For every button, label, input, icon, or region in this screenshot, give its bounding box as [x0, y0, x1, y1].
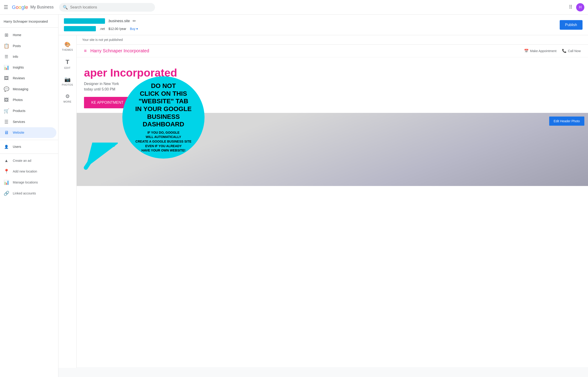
website-preview: ≡ Harry Schnaper Incorporated 📅 Make App…	[77, 45, 588, 367]
tool-panel: 🎨 THEMES T EDIT 📷 PHOTOS ⚙ MORE	[58, 35, 77, 368]
editor-header: .business.site ✏ .net $12.00 /year Buy ▾…	[58, 15, 588, 35]
sidebar-item-manage-locations[interactable]: 📊 Manage locations	[0, 177, 56, 188]
preview-hamburger-icon: ≡	[84, 48, 87, 53]
sidebar-item-website[interactable]: 🖥 Website	[0, 127, 56, 138]
preview-actions: 📅 Make Appointment 📞 Call Now	[524, 49, 581, 53]
avatar[interactable]: H	[576, 3, 584, 12]
sidebar-item-posts[interactable]: 📋 Posts	[0, 40, 56, 51]
not-published-bar: Your site is not yet published	[77, 35, 588, 45]
buy-button[interactable]: Buy ▾	[130, 27, 138, 31]
sidebar-item-users[interactable]: 👤 Users	[0, 142, 56, 152]
sidebar-item-add-location[interactable]: 📍 Add new location	[0, 166, 56, 177]
sidebar-item-linked-accounts[interactable]: 🔗 Linked accounts	[0, 188, 56, 199]
not-published-text: Your site is not yet published	[82, 38, 123, 42]
editor-header-left: .business.site ✏ .net $12.00 /year Buy ▾	[64, 18, 138, 31]
preview-title: aper Incorporated	[84, 67, 581, 79]
preview-hero: aper Incorporated Designer in New York t…	[77, 57, 588, 113]
domain-price: $12.00 /year	[108, 27, 126, 31]
sidebar-nav: ⊞ Home 📋 Posts ☰ Info 📊 Insights 🖼 Revie…	[0, 28, 58, 200]
url-row: .business.site ✏	[64, 18, 138, 24]
preview-photo-section: Edit Header Photo	[77, 113, 588, 186]
domain-highlight	[64, 26, 96, 31]
posts-icon: 📋	[4, 43, 9, 49]
reviews-icon: 🖼	[4, 76, 9, 81]
tool-photos[interactable]: 📷 PHOTOS	[59, 74, 76, 89]
create-ad-icon: ▲	[4, 158, 9, 163]
sidebar-item-label: Products	[13, 109, 25, 113]
edit-label: EDIT	[64, 67, 70, 69]
preview-brand: Harry Schnaper Incorporated	[90, 48, 524, 53]
sidebar-item-label: Insights	[13, 66, 24, 69]
grid-icon[interactable]: ⠿	[569, 4, 573, 10]
preview-call-now: 📞 Call Now	[562, 49, 581, 53]
sidebar-item-reviews[interactable]: 🖼 Reviews	[0, 73, 56, 84]
phone-icon: 📞	[562, 49, 566, 53]
insights-icon: 📊	[4, 65, 9, 70]
sidebar-item-label: Posts	[13, 44, 21, 48]
sidebar-item-label: Reviews	[13, 76, 25, 80]
sidebar-item-label: Photos	[13, 98, 23, 102]
info-icon: ☰	[4, 54, 9, 59]
call-now-text: Call Now	[568, 49, 581, 53]
sidebar: Harry Schnaper Incorporated ⊞ Home 📋 Pos…	[0, 15, 58, 377]
website-icon: 🖥	[4, 130, 9, 135]
search-icon: 🔍	[63, 5, 68, 10]
sidebar-item-insights[interactable]: 📊 Insights	[0, 62, 56, 73]
more-label: MORE	[64, 100, 71, 103]
messaging-icon: 💬	[4, 86, 9, 92]
sidebar-item-messaging[interactable]: 💬 Messaging	[0, 84, 56, 94]
preview-area: Your site is not yet published ≡ Harry S…	[77, 35, 588, 368]
preview-make-appointment: 📅 Make Appointment	[524, 49, 556, 53]
sidebar-item-label: Users	[13, 145, 21, 149]
sidebar-item-services[interactable]: ☰ Services	[0, 116, 56, 127]
interior-photo	[77, 113, 588, 186]
sidebar-divider-2	[0, 153, 58, 154]
google-logo-text: Google	[12, 4, 28, 10]
sidebar-divider	[0, 140, 58, 140]
sidebar-brand: Harry Schnaper Incorporated	[0, 15, 58, 28]
photo-interior	[77, 113, 588, 186]
add-photos-icon: 📷	[64, 77, 70, 82]
sidebar-item-label: Website	[13, 131, 24, 134]
layout: Harry Schnaper Incorporated ⊞ Home 📋 Pos…	[0, 15, 588, 377]
tool-more[interactable]: ⚙ MORE	[59, 91, 76, 106]
edit-header-photo-button[interactable]: Edit Header Photo	[549, 117, 584, 126]
publish-button[interactable]: Publish	[560, 20, 583, 30]
sidebar-item-label: Add new location	[13, 170, 37, 173]
sidebar-item-label: Manage locations	[13, 180, 38, 184]
preview-nav: ≡ Harry Schnaper Incorporated 📅 Make App…	[77, 45, 588, 57]
users-icon: 👤	[4, 145, 9, 149]
hamburger-icon[interactable]: ☰	[4, 4, 8, 10]
themes-icon: 🎨	[64, 42, 70, 47]
sidebar-item-create-ad[interactable]: ▲ Create an ad	[0, 156, 56, 166]
sidebar-item-products[interactable]: 🛒 Products	[0, 105, 56, 116]
preview-subtitle: Designer in New York	[84, 82, 581, 86]
search-input[interactable]	[70, 5, 151, 9]
products-icon: 🛒	[4, 108, 9, 114]
sidebar-item-photos[interactable]: 🖼 Photos	[0, 94, 56, 105]
edit-icon: T	[66, 59, 69, 66]
photos-icon: 🖼	[4, 97, 9, 103]
manage-locations-icon: 📊	[4, 180, 9, 185]
sidebar-item-home[interactable]: ⊞ Home	[0, 29, 56, 40]
url-suffix: .business.site	[108, 19, 130, 23]
edit-url-icon[interactable]: ✏	[133, 19, 136, 24]
sidebar-item-label: Home	[13, 33, 21, 37]
search-bar: 🔍	[59, 3, 155, 12]
sidebar-item-label: Linked accounts	[13, 191, 36, 195]
url-highlight	[64, 18, 105, 24]
editor-area: 🎨 THEMES T EDIT 📷 PHOTOS ⚙ MORE	[58, 35, 588, 368]
services-icon: ☰	[4, 119, 9, 125]
tool-edit[interactable]: T EDIT	[59, 56, 76, 72]
tool-themes[interactable]: 🎨 THEMES	[59, 39, 76, 54]
more-icon: ⚙	[65, 94, 70, 99]
top-header: ☰ Google My Business 🔍 ⠿ H	[0, 0, 588, 15]
linked-accounts-icon: 🔗	[4, 190, 9, 196]
sidebar-item-label: Messaging	[13, 87, 28, 91]
add-location-icon: 📍	[4, 169, 9, 174]
preview-cta-button[interactable]: KE APPOINTMENT	[84, 97, 131, 108]
sidebar-item-label: Services	[13, 120, 25, 124]
sidebar-item-info[interactable]: ☰ Info	[0, 51, 56, 62]
themes-label: THEMES	[62, 48, 73, 51]
preview-hours: today until 5:00 PM	[84, 87, 581, 91]
